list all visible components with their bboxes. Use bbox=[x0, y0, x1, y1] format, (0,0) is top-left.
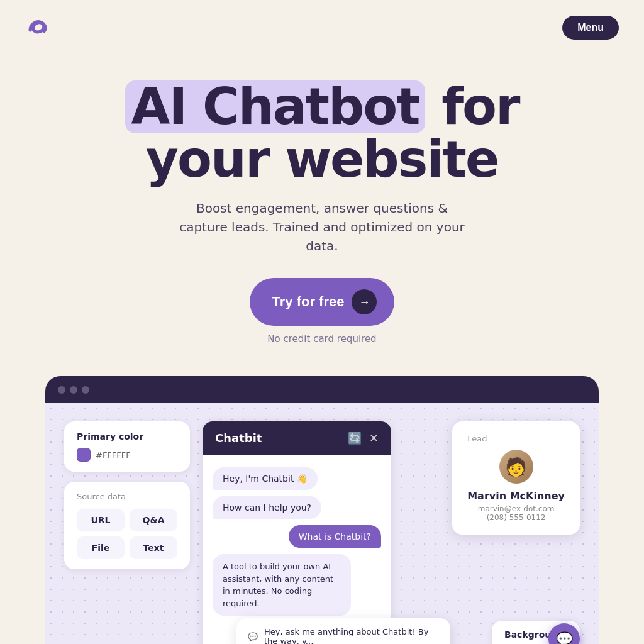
arrow-icon: → bbox=[352, 289, 377, 314]
chat-bubble-user-1: What is Chatbit? bbox=[289, 525, 381, 548]
try-free-button[interactable]: Try for free → bbox=[250, 278, 395, 326]
lead-card: Lead 🧑 Marvin McKinney marvin@ex-dot.com… bbox=[452, 421, 580, 535]
color-swatch[interactable] bbox=[77, 448, 91, 462]
left-panel: Primary color #FFFFFF Source data URL Q&… bbox=[64, 421, 190, 569]
source-item-url[interactable]: URL bbox=[77, 509, 125, 531]
source-grid: URL Q&A File Text bbox=[77, 509, 177, 559]
chat-bubble-bot-2: How can I help you? bbox=[213, 496, 321, 519]
primary-color-title: Primary color bbox=[77, 431, 177, 441]
primary-color-card: Primary color #FFFFFF bbox=[64, 421, 190, 472]
window-dot-3 bbox=[82, 386, 89, 394]
hero-title-line2: your website bbox=[146, 130, 498, 189]
chat-header-icons: 🔄 ✕ bbox=[348, 431, 379, 445]
hero-subtitle: Boost engagement, answer questions & cap… bbox=[171, 199, 473, 255]
hero-title-highlight: AI Chatbot bbox=[125, 80, 426, 133]
source-item-qa[interactable]: Q&A bbox=[130, 509, 177, 531]
no-credit-text: No credit card required bbox=[267, 333, 376, 345]
close-icon[interactable]: ✕ bbox=[369, 431, 379, 445]
lead-avatar: 🧑 bbox=[499, 450, 533, 484]
chat-panel: Chatbit 🔄 ✕ Hey, I'm Chatbit 👋 How can I… bbox=[203, 421, 391, 644]
color-hex-value: #FFFFFF bbox=[96, 450, 131, 460]
color-swatch-row: #FFFFFF bbox=[77, 448, 177, 462]
cta-wrapper: Try for free → No credit card required bbox=[13, 278, 631, 345]
chat-header: Chatbit 🔄 ✕ bbox=[203, 421, 391, 455]
window-controls bbox=[45, 386, 599, 402]
chat-message-1: Hey, I'm Chatbit 👋 bbox=[213, 467, 381, 490]
lead-phone: (208) 555-0112 bbox=[467, 513, 565, 522]
chat-bubble-bot-1: Hey, I'm Chatbit 👋 bbox=[213, 467, 318, 490]
refresh-icon[interactable]: 🔄 bbox=[348, 431, 362, 445]
hero-section: AI Chatbot for your website Boost engage… bbox=[0, 55, 644, 364]
chat-messages: Hey, I'm Chatbit 👋 How can I help you? W… bbox=[203, 455, 391, 644]
chat-message-3: What is Chatbit? bbox=[213, 525, 381, 548]
source-item-text[interactable]: Text bbox=[130, 536, 177, 559]
lead-email: marvin@ex-dot.com bbox=[467, 504, 565, 513]
chat-fab-icon: 💬 bbox=[556, 631, 573, 645]
demo-window: Primary color #FFFFFF Source data URL Q&… bbox=[45, 376, 599, 644]
chat-bubble-response-1: A tool to build your own AI assistant, w… bbox=[213, 554, 351, 616]
notification-icon: 💬 bbox=[248, 632, 258, 641]
source-data-title: Source data bbox=[77, 492, 177, 501]
hero-title-for: for bbox=[441, 77, 519, 136]
chat-message-4: A tool to build your own AI assistant, w… bbox=[213, 554, 381, 616]
window-dot-2 bbox=[70, 386, 77, 394]
chat-message-2: How can I help you? bbox=[213, 496, 381, 519]
lead-name: Marvin McKinney bbox=[467, 490, 565, 502]
try-free-label: Try for free bbox=[272, 294, 345, 310]
source-data-card: Source data URL Q&A File Text bbox=[64, 482, 190, 569]
hero-title: AI Chatbot for your website bbox=[13, 80, 631, 186]
window-dot-1 bbox=[58, 386, 65, 394]
menu-button[interactable]: Menu bbox=[562, 16, 619, 40]
navbar: Menu bbox=[0, 0, 644, 55]
chat-header-title: Chatbit bbox=[215, 431, 262, 445]
lead-label: Lead bbox=[467, 434, 565, 443]
demo-content: Primary color #FFFFFF Source data URL Q&… bbox=[45, 402, 599, 644]
source-item-file[interactable]: File bbox=[77, 536, 125, 559]
logo[interactable] bbox=[25, 13, 53, 43]
notification-text: Hey, ask me anything about Chatbit! By t… bbox=[264, 627, 439, 644]
chat-notification: 💬 Hey, ask me anything about Chatbit! By… bbox=[236, 618, 450, 644]
